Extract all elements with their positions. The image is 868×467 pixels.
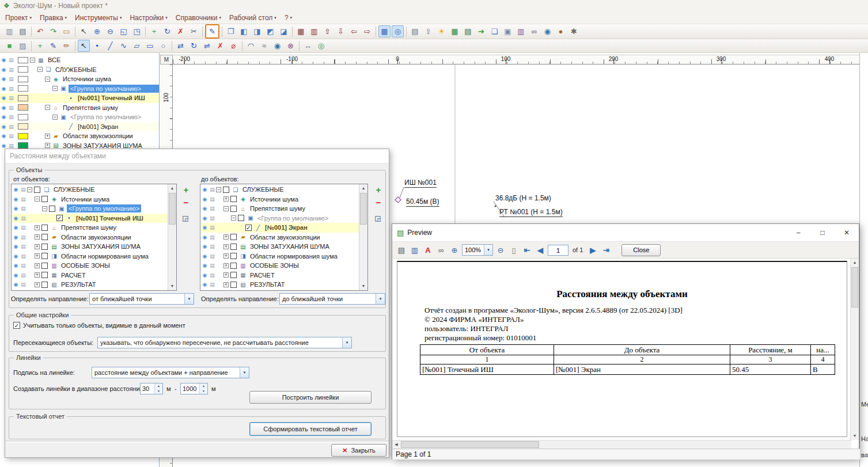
color-swatch[interactable]	[18, 95, 28, 101]
range-min-stepper[interactable]: 30 ▲▼	[140, 383, 163, 394]
chevron-down-icon[interactable]: ▾	[240, 367, 249, 378]
scroll-down-icon[interactable]: ▼	[359, 282, 367, 290]
tree-row[interactable]: ◉▤−▣<Группа по умолчанию>	[12, 204, 168, 214]
save-icon[interactable]: ▥	[3, 25, 16, 37]
layer-icon[interactable]: ▤	[20, 206, 27, 211]
expand-icon[interactable]: +	[35, 225, 40, 230]
tree-row[interactable]: ◉▤+⌂Препятствия шуму	[12, 223, 168, 233]
brush-icon[interactable]: ✏	[60, 40, 73, 52]
visibility-icon[interactable]: ◉	[0, 86, 7, 92]
undo-icon[interactable]: ↶	[34, 25, 46, 37]
close-dialog-button[interactable]: ✕ Закрыть	[331, 444, 386, 457]
scroll-thumb[interactable]	[401, 441, 539, 448]
menu-item-4[interactable]: Настройки▾	[126, 13, 171, 23]
draw-polyline-icon[interactable]: ∿	[117, 40, 130, 52]
tree-checkbox[interactable]	[49, 206, 55, 212]
pdf-export-icon[interactable]: A	[422, 244, 434, 256]
chevron-down-icon[interactable]: ▾	[484, 245, 492, 255]
tree-checkbox[interactable]	[230, 253, 237, 259]
expand-icon[interactable]: +	[223, 253, 229, 259]
dialog-titlebar[interactable]: Расстояния между объектами	[5, 149, 389, 164]
draw-polygon-icon[interactable]: ▱	[131, 40, 143, 52]
to-pick-icon[interactable]: ◲	[373, 214, 382, 223]
visibility-icon[interactable]: ◉	[12, 187, 20, 192]
stepper-value[interactable]: 1000	[181, 384, 199, 394]
layer-icon[interactable]: ▤	[20, 225, 27, 230]
tree-row[interactable]: ◉▤−◈Источники шума	[0, 74, 159, 84]
expand-icon[interactable]: +	[45, 143, 50, 148]
row-down-icon[interactable]: ⇩	[335, 25, 347, 37]
layer-icon[interactable]: ▤	[7, 133, 15, 139]
tree-row[interactable]: ◉▤+▰Области звукоизоляции	[201, 233, 359, 242]
visibility-icon[interactable]: ◉	[0, 105, 7, 111]
tree-row[interactable]: ◉▤−❏СЛУЖЕБНЫЕ	[201, 185, 359, 195]
dock-bottom-icon[interactable]: ◪	[278, 25, 290, 37]
visibility-icon[interactable]: ◉	[201, 187, 209, 192]
preview-titlebar[interactable]: ▤ Preview – □ ✕	[392, 224, 859, 241]
tree-checkbox[interactable]	[41, 234, 48, 240]
visibility-icon[interactable]: ◉	[201, 215, 209, 221]
layer-icon[interactable]: ▤	[209, 225, 216, 230]
zoom-in-icon[interactable]: ⊕	[91, 25, 103, 37]
col-right-icon[interactable]: ⇨	[361, 25, 373, 37]
collapse-icon[interactable]: −	[231, 215, 236, 221]
expand-icon[interactable]: +	[223, 196, 229, 202]
layers-icon[interactable]: ❏	[488, 25, 501, 37]
tree-row[interactable]: ◉▤+▤ЗОНЫ ЗАТУХАНИЯ ШУМА	[201, 242, 359, 252]
expand-icon[interactable]: +	[45, 134, 50, 139]
layer-icon[interactable]: ▤	[209, 282, 216, 287]
tree-row[interactable]: ◉▤+▧РЕЗУЛЬТАТ	[12, 280, 168, 290]
visibility-icon[interactable]: ◉	[201, 225, 209, 230]
collapse-icon[interactable]: −	[52, 86, 58, 91]
tree-checkbox[interactable]	[223, 187, 229, 193]
layer-icon[interactable]: ▤	[7, 67, 15, 73]
minimize-button[interactable]: –	[791, 227, 806, 238]
move-object-icon[interactable]: ⇄	[175, 40, 187, 52]
tree-checkbox[interactable]	[238, 215, 244, 221]
lamp-icon[interactable]: ☀	[435, 25, 448, 37]
scroll-up-icon[interactable]: ▲	[851, 259, 859, 267]
visibility-icon[interactable]: ◉	[201, 244, 209, 249]
to-add-button[interactable]: +	[374, 185, 383, 194]
scroll-up-icon[interactable]: ▲	[359, 184, 367, 192]
collapse-icon[interactable]: −	[52, 115, 58, 120]
run-calculation-icon[interactable]: ➔	[475, 25, 487, 37]
page-setup-icon[interactable]: ▯	[508, 244, 520, 256]
layer-icon[interactable]: ▤	[209, 234, 216, 240]
tree-checkbox[interactable]: ✓	[56, 215, 63, 221]
layer-icon[interactable]: ▤	[209, 187, 216, 192]
select-icon[interactable]: ↖	[78, 25, 90, 37]
coffee-icon[interactable]: ●	[555, 25, 567, 37]
tree-row[interactable]: ◉▤−▣<Группа по умолчанию>	[201, 214, 359, 223]
tree-checkbox[interactable]	[41, 225, 48, 231]
layer-icon[interactable]: ▤	[209, 196, 216, 202]
visibility-icon[interactable]: ◉	[201, 253, 209, 259]
visibility-icon[interactable]: ◎	[315, 40, 327, 52]
rotate-object-icon[interactable]: ↻	[188, 40, 200, 52]
print-icon[interactable]: ▤	[396, 244, 407, 256]
visibility-icon[interactable]: ◉	[0, 124, 7, 130]
tree-row[interactable]: ◉▤✓╱[№001] Экран	[201, 223, 359, 233]
generate-report-button[interactable]: Сформировать текстовый отчет	[249, 422, 372, 436]
new-window-icon[interactable]: ❐	[225, 25, 237, 37]
menu-item-5[interactable]: Справочники▾	[172, 13, 225, 23]
layer-icon[interactable]: ▤	[20, 234, 27, 240]
expand-icon[interactable]: +	[35, 234, 40, 240]
color-swatch[interactable]	[18, 66, 28, 73]
preview-vscrollbar[interactable]: ▲ ▼	[850, 259, 859, 440]
layer-icon[interactable]: ▤	[20, 244, 27, 249]
tree-checkbox[interactable]: ✓	[245, 225, 252, 231]
collapse-icon[interactable]: −	[216, 187, 221, 192]
tree-checkbox[interactable]	[230, 196, 237, 202]
visibility-icon[interactable]: ◉	[201, 282, 209, 287]
chevron-down-icon[interactable]: ▾	[184, 294, 194, 304]
tree-row[interactable]: ◉▤−❏СЛУЖЕБНЫЕ	[12, 185, 168, 195]
print-area-icon[interactable]: ▤	[409, 25, 421, 37]
to-direction-combo[interactable]: до ближайшей точки ▾	[279, 293, 385, 305]
tree-scrollbar[interactable]: ▲ ▼	[359, 184, 367, 290]
dock-left-icon[interactable]: ◧	[238, 25, 250, 37]
layer-icon[interactable]: ▤	[7, 57, 15, 63]
forbid-icon[interactable]: ⌀	[228, 40, 240, 52]
tree-row[interactable]: ◉▤−▦ВСЕ	[0, 55, 159, 65]
tree-row[interactable]: ◉▤−❏СЛУЖЕБНЫЕ	[0, 65, 159, 75]
